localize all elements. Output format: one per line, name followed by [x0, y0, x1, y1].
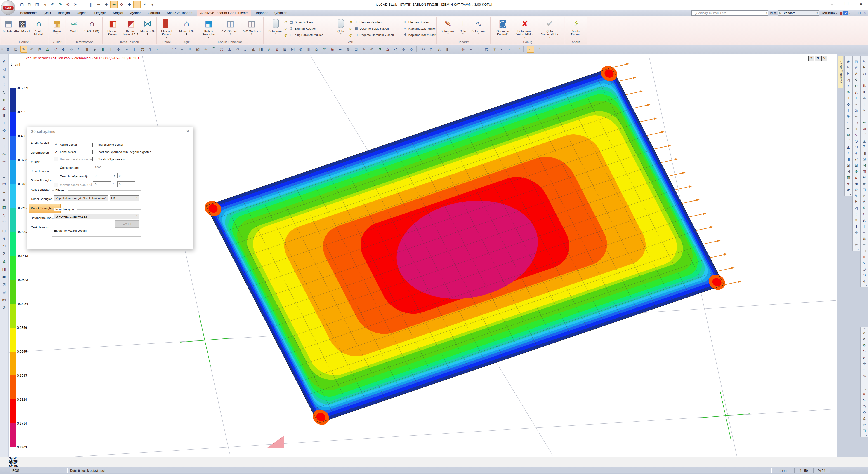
- report-preview-tab[interactable]: Rapor Önizleme: [838, 56, 843, 88]
- tool-icon[interactable]: Δ: [1, 58, 7, 65]
- toolbar-grip[interactable]: ∷: [1, 48, 3, 51]
- tool-icon[interactable]: ○: [861, 266, 867, 272]
- tool-icon[interactable]: ◭: [853, 89, 860, 95]
- tool-icon[interactable]: ↻: [861, 348, 867, 354]
- tool-icon[interactable]: ⌒: [210, 46, 217, 53]
- tool-icon[interactable]: ⌂: [313, 46, 320, 53]
- tool-icon[interactable]: ▧: [861, 126, 867, 132]
- range-from-input[interactable]: 0: [93, 173, 111, 179]
- value-range-checkbox[interactable]: [54, 174, 58, 179]
- ribbon-button-Eksenel Kuvvet[interactable]: ◧Eksenel Kuvvet: [104, 18, 122, 36]
- tool-icon[interactable]: ⌙: [507, 46, 514, 53]
- ribbon-button-Modal[interactable]: ≈Modal: [66, 18, 82, 33]
- tool-icon[interactable]: ✒: [845, 126, 851, 132]
- tool-icon[interactable]: ⟲: [853, 144, 860, 150]
- tool-icon[interactable]: ▧: [1, 204, 7, 211]
- tool-icon[interactable]: ⊺: [1, 143, 7, 150]
- tool-icon[interactable]: ◨: [861, 150, 867, 156]
- tool-icon[interactable]: ⊹: [853, 211, 860, 217]
- ribbon-button-As2 Görünen[interactable]: ◫As2 Görünen▾: [241, 18, 262, 35]
- tool-icon[interactable]: ⊕: [853, 187, 860, 193]
- tool-icon[interactable]: ✜: [845, 101, 851, 107]
- tool-icon[interactable]: ⇅: [845, 89, 851, 95]
- tool-icon[interactable]: ◁: [392, 46, 399, 53]
- tool-icon[interactable]: ◨: [845, 156, 851, 162]
- tool-icon[interactable]: ⋈: [289, 46, 296, 53]
- help-caret-icon[interactable]: ▾: [849, 12, 850, 14]
- layers-alt-icon[interactable]: ⧈: [774, 11, 776, 15]
- qat-tool-icon[interactable]: ✜: [118, 1, 125, 8]
- tool-icon[interactable]: ✛: [452, 46, 459, 53]
- tool-icon[interactable]: ⌐: [853, 114, 860, 120]
- dropdown-caret-icon[interactable]: ▾: [576, 36, 577, 38]
- dropdown-caret-icon[interactable]: ▾: [57, 33, 58, 35]
- tool-icon[interactable]: ∡: [250, 46, 257, 53]
- tool-icon[interactable]: ⬚: [861, 248, 867, 254]
- canvas-filter-button-Y[interactable]: Y: [808, 56, 814, 61]
- tool-icon[interactable]: ✜: [861, 95, 867, 101]
- canvas-filter-button-N[interactable]: N: [815, 56, 821, 61]
- tool-icon[interactable]: ⊹: [68, 46, 75, 53]
- tool-icon[interactable]: ✥: [60, 46, 67, 53]
- tool-icon[interactable]: Ⅱ: [99, 46, 106, 53]
- tool-icon[interactable]: ◭: [1, 104, 7, 111]
- tool-icon[interactable]: ◁: [1, 66, 7, 73]
- tool-icon[interactable]: ✥: [853, 77, 860, 83]
- tool-icon[interactable]: ⇅: [428, 46, 435, 53]
- qat-tool-icon[interactable]: ⚡: [141, 1, 148, 8]
- qat-tool-icon[interactable]: ✛: [110, 1, 118, 8]
- checkbox-Lokal akslar[interactable]: ✓Lokal akslar: [54, 150, 76, 154]
- tool-icon[interactable]: Ⅱ: [444, 46, 451, 53]
- menu-item-11[interactable]: Raporlar: [251, 10, 271, 16]
- preset-combo[interactable]: ⊠ Standart ▾: [778, 10, 819, 15]
- dropdown-caret-icon[interactable]: ▾: [230, 33, 231, 35]
- ribbon-data-item[interactable]: Ⅱ⌶Eleman Kesitleri: [349, 19, 398, 25]
- tool-icon[interactable]: Σ: [1, 250, 7, 257]
- tool-icon[interactable]: ⊕: [4, 46, 11, 53]
- tool-icon[interactable]: ⚖: [1, 151, 7, 157]
- tool-icon[interactable]: ✎: [853, 193, 860, 199]
- tool-icon[interactable]: ↻: [853, 83, 860, 89]
- tool-icon[interactable]: ✛: [861, 360, 867, 367]
- tool-icon[interactable]: ↻: [1, 89, 7, 96]
- dropdown-caret-icon[interactable]: ▾: [478, 33, 479, 35]
- tool-icon[interactable]: ⇅: [1, 97, 7, 103]
- tool-icon[interactable]: ≋: [845, 181, 851, 187]
- tool-icon[interactable]: ⚑: [36, 46, 43, 53]
- qat-tool-icon[interactable]: ➤: [72, 1, 79, 8]
- menu-item-10[interactable]: Analiz ve Tasarım Görüntüleme: [197, 10, 251, 16]
- tool-icon[interactable]: ✳: [853, 242, 860, 248]
- tool-icon[interactable]: ⌙: [861, 114, 867, 120]
- dropdown-caret-icon[interactable]: ▾: [208, 36, 209, 38]
- tool-icon[interactable]: ▥: [305, 46, 312, 53]
- tool-icon[interactable]: ✎: [361, 46, 368, 53]
- tool-icon[interactable]: ⊛: [297, 46, 304, 53]
- ribbon-data-item[interactable]: d▤Duvar Yükleri: [284, 19, 333, 25]
- tool-icon[interactable]: ⊡: [861, 187, 867, 193]
- help-button[interactable]: ?: [843, 11, 848, 15]
- tool-icon[interactable]: ⌗: [186, 46, 193, 53]
- tool-icon[interactable]: ⚖: [861, 235, 867, 242]
- tool-icon[interactable]: ⌁: [467, 46, 474, 53]
- tool-icon[interactable]: ⬚: [1, 181, 7, 188]
- tool-icon[interactable]: ∡: [861, 278, 867, 284]
- tool-icon[interactable]: ⇅: [861, 83, 867, 89]
- dropdown-caret-icon[interactable]: ▾: [524, 36, 526, 38]
- tool-icon[interactable]: ◮: [1, 235, 7, 242]
- tool-icon[interactable]: ⇅: [853, 217, 860, 223]
- tool-icon[interactable]: ⌐: [861, 242, 867, 248]
- qat-tool-icon[interactable]: ⊥: [80, 1, 87, 8]
- tool-icon[interactable]: ⌐: [861, 379, 867, 385]
- status-scale[interactable]: 1 : 50: [794, 468, 813, 473]
- tool-icon[interactable]: ▧: [194, 46, 202, 53]
- tool-icon[interactable]: ⌒: [1, 220, 7, 226]
- mdi-restore-button[interactable]: ❐: [857, 11, 861, 15]
- ribbon-button-Kabuk Sonuçları[interactable]: ▦Kabuk Sonuçları▾: [197, 18, 220, 38]
- ribbon-data-item[interactable]: q⊟Kiriş Hareketli Yükleri: [284, 32, 333, 38]
- tool-icon[interactable]: ∿: [861, 397, 867, 403]
- tool-icon[interactable]: ⬚: [861, 385, 867, 391]
- tool-icon[interactable]: ∿: [202, 46, 209, 53]
- ribbon-button-As1 Görünen[interactable]: ◫As1 Görünen▾: [220, 18, 241, 35]
- menu-item-2[interactable]: Çelik: [40, 10, 54, 16]
- qat-overflow-grip[interactable]: ∷: [156, 3, 158, 6]
